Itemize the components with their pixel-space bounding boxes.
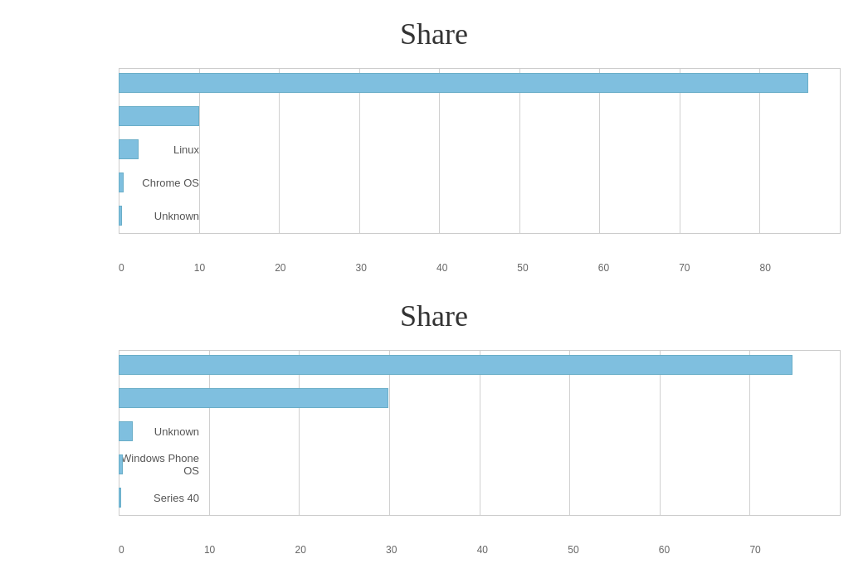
x-tick: 20 bbox=[295, 544, 305, 556]
bar-row: iOS bbox=[119, 383, 841, 413]
x-tick: 80 bbox=[760, 262, 771, 274]
x-tick: 60 bbox=[598, 262, 609, 274]
bar-row: Mac OS bbox=[119, 101, 841, 131]
x-tick: 40 bbox=[477, 544, 488, 556]
chart1-container: Share WindowsMac OSLinuxChrome OSUnknown… bbox=[27, 17, 841, 274]
x-tick: 70 bbox=[749, 544, 760, 556]
x-tick: 10 bbox=[194, 262, 205, 274]
bar-fill bbox=[119, 73, 808, 93]
chart2-bars: AndroidiOSUnknownWindows Phone OSSeries … bbox=[27, 350, 841, 541]
bar-row: Windows bbox=[119, 68, 841, 98]
bar-track bbox=[119, 106, 841, 126]
x-tick: 50 bbox=[568, 544, 578, 556]
bar-fill bbox=[119, 173, 124, 192]
bar-fill bbox=[119, 454, 123, 474]
chart2-bars-wrapper: AndroidiOSUnknownWindows Phone OSSeries … bbox=[119, 350, 841, 513]
x-tick: 10 bbox=[204, 544, 215, 556]
bar-row: Unknown bbox=[119, 416, 841, 446]
x-tick: 60 bbox=[659, 544, 670, 556]
chart1-bars-wrapper: WindowsMac OSLinuxChrome OSUnknown bbox=[119, 68, 841, 231]
chart1-x-axis: 01020304050607080 bbox=[119, 259, 841, 274]
bar-row: Linux bbox=[119, 134, 841, 164]
bar-track bbox=[119, 388, 841, 408]
chart2-title: Share bbox=[27, 299, 841, 333]
chart2-x-axis: 010203040506070 bbox=[119, 541, 841, 556]
x-tick: 30 bbox=[386, 544, 397, 556]
bar-track bbox=[119, 173, 841, 192]
bar-fill bbox=[119, 355, 792, 375]
bar-row: Chrome OS bbox=[119, 168, 841, 197]
x-tick: 70 bbox=[679, 262, 690, 274]
x-tick: 50 bbox=[517, 262, 528, 274]
x-tick: 0 bbox=[119, 544, 124, 556]
bar-track bbox=[119, 421, 841, 441]
bar-track bbox=[119, 454, 841, 474]
bar-track bbox=[119, 139, 841, 159]
bar-row: Unknown bbox=[119, 201, 841, 231]
bar-track bbox=[119, 488, 841, 508]
bar-fill bbox=[119, 388, 388, 408]
bar-track bbox=[119, 73, 841, 93]
chart1-title: Share bbox=[27, 17, 841, 51]
bar-fill bbox=[119, 139, 139, 159]
bar-row: Series 40 bbox=[119, 483, 841, 513]
chart1-bars: WindowsMac OSLinuxChrome OSUnknown bbox=[27, 68, 841, 259]
bar-row: Android bbox=[119, 350, 841, 380]
x-tick: 40 bbox=[436, 262, 447, 274]
x-tick: 30 bbox=[356, 262, 367, 274]
bar-track bbox=[119, 355, 841, 375]
bar-track bbox=[119, 206, 841, 226]
bar-fill bbox=[119, 421, 133, 441]
bar-row: Windows Phone OS bbox=[119, 450, 841, 479]
bar-fill bbox=[119, 488, 121, 508]
x-tick: 0 bbox=[119, 262, 124, 274]
bar-fill bbox=[119, 206, 122, 226]
chart2-container: Share AndroidiOSUnknownWindows Phone OSS… bbox=[27, 299, 841, 556]
x-tick: 20 bbox=[275, 262, 285, 274]
bar-fill bbox=[119, 106, 199, 126]
